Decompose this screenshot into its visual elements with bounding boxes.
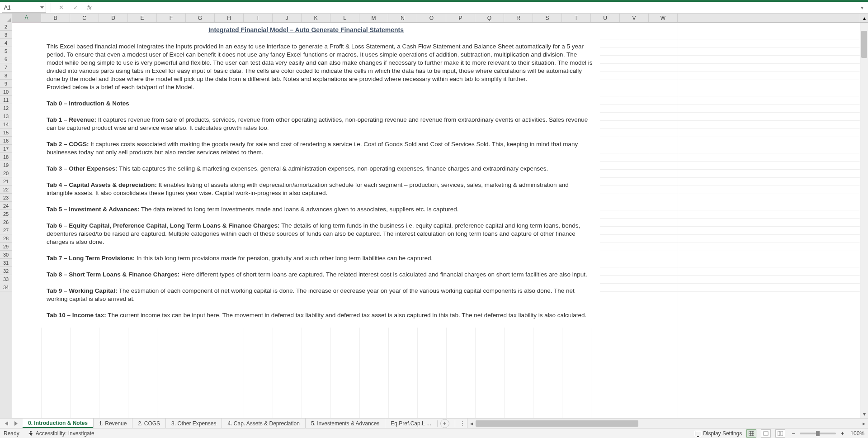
- row-header-11[interactable]: 11: [0, 96, 12, 104]
- column-header-h[interactable]: H: [215, 14, 244, 22]
- accessibility-button[interactable]: Accessibility: Investigate: [28, 430, 94, 437]
- sheet-tab[interactable]: 5. Investements & Advances: [305, 419, 385, 428]
- scroll-left-button[interactable]: ◂: [467, 420, 476, 427]
- hscroll-track[interactable]: [476, 420, 860, 427]
- column-header-i[interactable]: I: [244, 14, 273, 22]
- row-header-2[interactable]: 2: [0, 23, 12, 31]
- row-header-30[interactable]: 30: [0, 251, 12, 259]
- row-header-20[interactable]: 20: [0, 169, 12, 177]
- tab-desc-label: Tab 10 – Income tax:: [47, 312, 106, 319]
- page-break-view-button[interactable]: [775, 429, 785, 438]
- scroll-thumb[interactable]: [861, 31, 867, 58]
- column-header-v[interactable]: V: [620, 14, 649, 22]
- row-header-15[interactable]: 15: [0, 129, 12, 137]
- row-header-23[interactable]: 23: [0, 194, 12, 202]
- row-header-18[interactable]: 18: [0, 153, 12, 161]
- sheet-nav-prev-icon[interactable]: [5, 421, 8, 426]
- tab-desc-3: Tab 3 – Other Expenses: This tab capture…: [47, 165, 594, 173]
- add-sheet-button[interactable]: +: [440, 419, 449, 428]
- svg-rect-6: [778, 431, 780, 436]
- vertical-scrollbar[interactable]: ▴ ▾: [860, 23, 868, 418]
- column-header-s[interactable]: S: [533, 14, 562, 22]
- formula-input[interactable]: [94, 3, 858, 13]
- column-header-n[interactable]: N: [388, 14, 417, 22]
- cancel-formula-icon[interactable]: ✕: [57, 4, 65, 11]
- zoom-out-button[interactable]: −: [790, 430, 797, 437]
- row-header-14[interactable]: 14: [0, 120, 12, 129]
- formula-expand-icon[interactable]: ▾: [858, 3, 866, 13]
- row-header-5[interactable]: 5: [0, 47, 12, 55]
- row-header-9[interactable]: 9: [0, 80, 12, 88]
- sheet-nav-next-icon[interactable]: [14, 421, 18, 426]
- column-header-m[interactable]: M: [359, 14, 388, 22]
- horizontal-scrollbar[interactable]: ◂ ▸: [467, 419, 868, 428]
- row-header-26[interactable]: 26: [0, 218, 12, 226]
- more-sheets-icon[interactable]: ⋮: [458, 420, 467, 427]
- row-header-12[interactable]: 12: [0, 104, 12, 112]
- chevron-down-icon[interactable]: [40, 6, 44, 9]
- row-header-6[interactable]: 6: [0, 55, 12, 63]
- zoom-slider[interactable]: [800, 433, 836, 434]
- column-header-t[interactable]: T: [562, 14, 591, 22]
- column-scroll-up[interactable]: ▴: [860, 14, 868, 22]
- row-header-4[interactable]: 4: [0, 39, 12, 47]
- row-header-34[interactable]: 34: [0, 283, 12, 291]
- cells[interactable]: Integrated Financial Model – Auto Genera…: [12, 23, 860, 418]
- column-header-w[interactable]: W: [649, 14, 678, 22]
- column-header-u[interactable]: U: [591, 14, 620, 22]
- row-header-24[interactable]: 24: [0, 202, 12, 210]
- column-header-e[interactable]: E: [128, 14, 157, 22]
- normal-view-button[interactable]: [746, 429, 756, 438]
- row-header-19[interactable]: 19: [0, 161, 12, 169]
- row-header-8[interactable]: 8: [0, 71, 12, 80]
- column-header-b[interactable]: B: [41, 14, 70, 22]
- column-header-l[interactable]: L: [330, 14, 359, 22]
- zoom-level[interactable]: 100%: [850, 430, 864, 437]
- column-header-k[interactable]: K: [302, 14, 330, 22]
- row-header-16[interactable]: 16: [0, 137, 12, 145]
- name-box[interactable]: A1: [2, 3, 46, 13]
- sheet-tab[interactable]: 2. COGS: [132, 419, 166, 428]
- scroll-down-button[interactable]: ▾: [860, 410, 868, 418]
- fx-icon[interactable]: fx: [87, 5, 91, 11]
- row-header-27[interactable]: 27: [0, 226, 12, 234]
- row-header-21[interactable]: 21: [0, 177, 12, 186]
- column-header-p[interactable]: P: [446, 14, 475, 22]
- row-header-29[interactable]: 29: [0, 243, 12, 251]
- row-header-32[interactable]: 32: [0, 267, 12, 275]
- column-header-r[interactable]: R: [504, 14, 533, 22]
- page-layout-view-button[interactable]: [761, 429, 771, 438]
- row-header-17[interactable]: 17: [0, 145, 12, 153]
- column-header-o[interactable]: O: [417, 14, 446, 22]
- select-all-button[interactable]: [0, 14, 12, 23]
- sheet-tab[interactable]: 3. Other Expenses: [165, 419, 222, 428]
- column-header-q[interactable]: Q: [475, 14, 504, 22]
- scroll-track[interactable]: [860, 31, 868, 410]
- row-header-3[interactable]: 3: [0, 31, 12, 39]
- grid-area[interactable]: 2345678910111213141516171819202122232425…: [0, 23, 868, 418]
- sheet-tab-overflow[interactable]: Eq.Pref.Cap.L …: [385, 420, 437, 427]
- sheet-tab[interactable]: 0. Introduction & Notes: [23, 419, 94, 428]
- accept-formula-icon[interactable]: ✓: [72, 4, 79, 11]
- column-header-d[interactable]: D: [99, 14, 128, 22]
- row-header-7[interactable]: 7: [0, 63, 12, 71]
- column-header-c[interactable]: C: [70, 14, 99, 22]
- column-header-g[interactable]: G: [186, 14, 215, 22]
- hscroll-thumb[interactable]: [476, 420, 638, 427]
- row-header-13[interactable]: 13: [0, 112, 12, 120]
- column-header-f[interactable]: F: [157, 14, 186, 22]
- scroll-right-button[interactable]: ▸: [860, 420, 868, 427]
- row-header-22[interactable]: 22: [0, 186, 12, 194]
- zoom-in-button[interactable]: +: [839, 430, 846, 437]
- row-header-31[interactable]: 31: [0, 259, 12, 267]
- zoom-slider-knob[interactable]: [816, 431, 820, 436]
- sheet-tab[interactable]: 1. Revenue: [93, 419, 132, 428]
- row-header-10[interactable]: 10: [0, 88, 12, 96]
- row-header-28[interactable]: 28: [0, 234, 12, 243]
- row-header-33[interactable]: 33: [0, 275, 12, 283]
- display-settings-button[interactable]: Display Settings: [695, 430, 742, 437]
- sheet-tab[interactable]: 4. Cap. Assets & Depreciation: [222, 419, 305, 428]
- column-header-a[interactable]: A: [12, 14, 41, 22]
- row-header-25[interactable]: 25: [0, 210, 12, 218]
- column-header-j[interactable]: J: [273, 14, 302, 22]
